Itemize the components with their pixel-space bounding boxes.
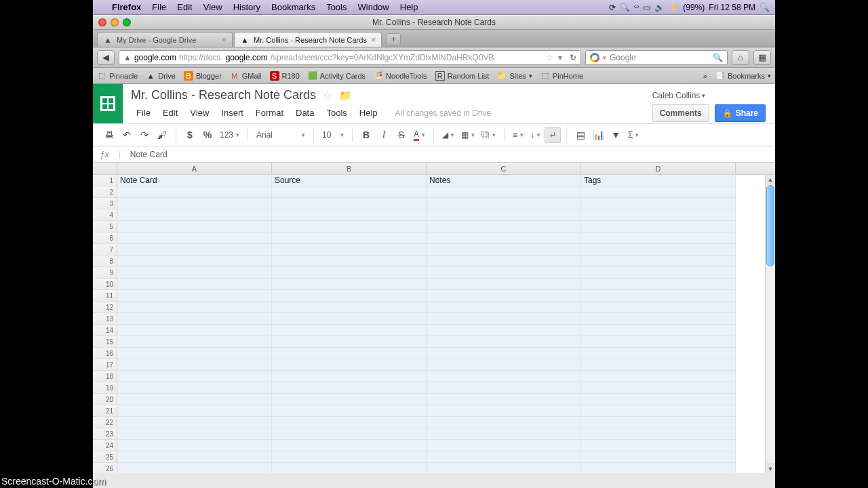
bookmark-random-list[interactable]: RRandom List — [435, 71, 490, 81]
row-header[interactable]: 3 — [93, 198, 117, 209]
cell[interactable] — [427, 279, 581, 290]
cell[interactable] — [117, 232, 272, 244]
bookmark-pinhome[interactable]: ⬚PinHome — [540, 71, 583, 81]
cell[interactable] — [581, 279, 736, 290]
cell[interactable] — [117, 313, 272, 325]
column-header-d[interactable]: D — [581, 163, 736, 174]
cell[interactable] — [272, 451, 427, 463]
percent-icon[interactable]: % — [199, 127, 216, 143]
cell[interactable] — [117, 209, 272, 221]
row-header[interactable]: 14 — [93, 325, 117, 336]
row-header[interactable]: 17 — [93, 359, 117, 371]
font-dropdown[interactable]: Arial▾ — [254, 130, 308, 140]
bookmark-sites[interactable]: 📁Sites ▾ — [497, 71, 532, 81]
row-header[interactable]: 11 — [93, 290, 117, 302]
bold-icon[interactable]: B — [358, 127, 374, 143]
clock[interactable]: Fri 12 58 PM — [709, 3, 755, 12]
row-header[interactable]: 22 — [93, 417, 117, 428]
row-header[interactable]: 18 — [93, 371, 117, 382]
cell[interactable] — [427, 209, 581, 221]
sync-icon[interactable]: ⟳ — [609, 3, 616, 12]
browser-tab-sheets[interactable]: ▲ Mr. Collins - Research Note Cards × — [234, 32, 382, 47]
currency-icon[interactable]: $ — [182, 127, 198, 143]
cell[interactable]: Source — [272, 175, 427, 186]
display-icon[interactable]: ▭ — [643, 3, 650, 12]
binoculars-icon[interactable]: 🔍 — [620, 3, 630, 12]
cell[interactable] — [427, 302, 581, 313]
cell[interactable] — [272, 348, 427, 359]
cell[interactable]: Tags — [581, 175, 736, 186]
cell[interactable] — [272, 256, 427, 267]
menu-help[interactable]: Help — [395, 2, 424, 12]
cell[interactable] — [427, 382, 581, 394]
formula-input[interactable]: Note Card — [130, 150, 167, 159]
sheets-menu-edit[interactable]: Edit — [157, 106, 183, 119]
menu-file[interactable]: File — [146, 2, 172, 12]
bookmark-pinnacle[interactable]: ⬚Pinnacle — [97, 71, 138, 81]
account-menu[interactable]: Caleb Collins▾ — [652, 91, 766, 100]
sheets-logo-icon[interactable] — [93, 84, 123, 123]
strikethrough-icon[interactable]: S — [393, 127, 410, 143]
row-header[interactable]: 19 — [93, 382, 117, 394]
cell[interactable] — [581, 290, 736, 302]
cell[interactable] — [117, 382, 272, 394]
cell[interactable] — [427, 336, 581, 348]
column-header-a[interactable]: A — [117, 163, 272, 174]
cell[interactable] — [427, 186, 581, 198]
fill-color-dropdown[interactable]: ◢▾ — [439, 130, 457, 140]
row-header[interactable]: 13 — [93, 313, 117, 325]
row-header[interactable]: 4 — [93, 209, 117, 221]
undo-icon[interactable]: ↶ — [119, 127, 135, 143]
cell[interactable] — [581, 440, 736, 451]
cell[interactable] — [581, 463, 736, 473]
row-header[interactable]: 9 — [93, 267, 117, 279]
cell[interactable] — [581, 313, 736, 325]
scroll-down-icon[interactable]: ▼ — [766, 464, 775, 473]
spotlight-icon[interactable]: 🔍 — [760, 3, 770, 12]
cell[interactable] — [581, 221, 736, 232]
bookmark-gmail[interactable]: MGMail — [230, 71, 262, 81]
row-header[interactable]: 24 — [93, 440, 117, 451]
bookmark-drive[interactable]: ▲Drive — [146, 71, 176, 81]
row-header[interactable]: 5 — [93, 221, 117, 232]
cell[interactable] — [427, 267, 581, 279]
browser-tab-drive[interactable]: ▲ My Drive - Google Drive × — [97, 32, 233, 47]
cell[interactable] — [272, 290, 427, 302]
new-tab-button[interactable]: + — [386, 33, 401, 45]
cell[interactable] — [427, 440, 581, 451]
cell[interactable] — [117, 267, 272, 279]
cell[interactable] — [272, 198, 427, 209]
spreadsheet-grid[interactable]: A B C D 1Note CardSourceNotesTags2345678… — [93, 163, 775, 473]
cell[interactable] — [427, 232, 581, 244]
reload-icon[interactable]: ↻ — [567, 53, 576, 62]
cell[interactable] — [581, 209, 736, 221]
minimize-window-button[interactable] — [111, 18, 119, 26]
cell[interactable] — [581, 348, 736, 359]
cell[interactable] — [581, 267, 736, 279]
insert-chart-icon[interactable]: 📊 — [590, 127, 606, 143]
bookmark-noodletools[interactable]: 🍜NoodleTools — [374, 71, 427, 81]
row-header[interactable]: 20 — [93, 394, 117, 405]
cell[interactable] — [117, 221, 272, 232]
print-icon[interactable]: 🖶 — [101, 127, 117, 143]
cell[interactable] — [272, 417, 427, 428]
row-header[interactable]: 8 — [93, 256, 117, 267]
cell[interactable] — [427, 371, 581, 382]
wifi-icon[interactable]: ⌔ — [634, 3, 639, 12]
halign-dropdown[interactable]: ≡▾ — [510, 130, 526, 140]
cell[interactable]: Note Card — [117, 175, 272, 186]
cell[interactable] — [272, 279, 427, 290]
cell[interactable] — [117, 290, 272, 302]
cell[interactable] — [117, 256, 272, 267]
cell[interactable]: Notes — [427, 175, 581, 186]
cell[interactable] — [581, 198, 736, 209]
star-document-icon[interactable]: ☆ — [323, 89, 332, 102]
cell[interactable] — [117, 198, 272, 209]
menu-history[interactable]: History — [228, 2, 266, 12]
cell[interactable] — [272, 463, 427, 473]
cell[interactable] — [581, 186, 736, 198]
bookmark-r180[interactable]: SR180 — [270, 71, 300, 81]
cell[interactable] — [272, 428, 427, 440]
fontsize-dropdown[interactable]: 10▾ — [319, 130, 347, 140]
cell[interactable] — [272, 382, 427, 394]
